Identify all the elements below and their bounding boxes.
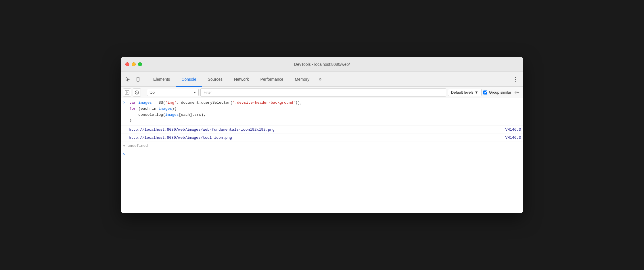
svg-marker-5 — [127, 92, 128, 93]
main-toolbar: Elements Console Sources Network Perform… — [121, 72, 523, 87]
cursor-icon-button[interactable] — [123, 75, 132, 84]
chevron-levels-icon: ▼ — [475, 90, 478, 95]
context-select-wrapper: top ▼ — [147, 89, 199, 96]
mobile-icon — [135, 77, 141, 82]
input-prompt-icon: > — [123, 101, 127, 105]
svg-line-7 — [136, 91, 138, 94]
vm-ref-1[interactable]: VM146:3 — [505, 128, 521, 132]
output-arrow-icon: « — [123, 144, 125, 148]
gear-icon — [514, 90, 520, 95]
console-link-row-2: http://localhost:8080/web/images/tool_ic… — [121, 134, 523, 142]
toolbar-divider — [144, 89, 144, 96]
title-bar: DevTools - localhost:8080/web/ — [121, 57, 523, 72]
console-undefined-row: « undefined — [121, 142, 523, 150]
context-select[interactable]: top — [147, 89, 199, 96]
tab-network[interactable]: Network — [228, 72, 254, 87]
tab-console[interactable]: Console — [176, 72, 202, 87]
svg-point-8 — [516, 92, 518, 93]
traffic-lights — [125, 62, 142, 66]
console-input-row: > — [121, 150, 523, 159]
window-title: DevTools - localhost:8080/web/ — [294, 62, 350, 67]
secondary-toolbar: top ▼ Default levels ▼ Group similar — [121, 87, 523, 98]
settings-button[interactable] — [513, 88, 521, 97]
clear-console-button[interactable] — [133, 88, 141, 97]
mobile-icon-button[interactable] — [133, 75, 143, 84]
console-input-prompt-icon: > — [123, 152, 125, 157]
devtools-window: DevTools - localhost:8080/web/ Elements — [121, 57, 523, 213]
show-sidebar-button[interactable] — [123, 88, 131, 97]
group-similar-label[interactable]: Group similar — [483, 90, 511, 95]
tabs: Elements Console Sources Network Perform… — [147, 72, 510, 86]
console-link-row-1: http://localhost:8080/web/images/web-fun… — [121, 126, 523, 134]
console-output: > var images = $$('img', document.queryS… — [121, 98, 523, 213]
tab-performance[interactable]: Performance — [254, 72, 289, 87]
console-entry-code: > var images = $$('img', document.queryS… — [121, 98, 523, 126]
toolbar-icons — [123, 72, 146, 86]
block-icon — [135, 90, 139, 95]
tab-memory[interactable]: Memory — [289, 72, 315, 87]
close-button[interactable] — [125, 62, 129, 66]
more-tabs-button[interactable]: » — [315, 72, 325, 86]
console-code-block: var images = $$('img', document.querySel… — [129, 100, 521, 124]
filter-input[interactable] — [200, 88, 446, 97]
cursor-icon — [125, 77, 130, 82]
group-similar-checkbox[interactable] — [483, 90, 487, 95]
tab-sources[interactable]: Sources — [202, 72, 228, 87]
vm-ref-2[interactable]: VM146:3 — [505, 136, 521, 140]
sidebar-icon — [125, 90, 129, 95]
undefined-value: undefined — [128, 144, 148, 148]
console-input[interactable] — [128, 152, 521, 157]
default-levels-button[interactable]: Default levels ▼ — [448, 89, 482, 96]
output-link-2[interactable]: http://localhost:8080/web/images/tool_ic… — [129, 136, 232, 140]
menu-button[interactable]: ⋮ — [510, 72, 521, 86]
maximize-button[interactable] — [138, 62, 142, 66]
svg-point-1 — [138, 80, 138, 81]
minimize-button[interactable] — [132, 62, 136, 66]
output-link-1[interactable]: http://localhost:8080/web/images/web-fun… — [129, 128, 275, 132]
tab-elements[interactable]: Elements — [147, 72, 176, 87]
